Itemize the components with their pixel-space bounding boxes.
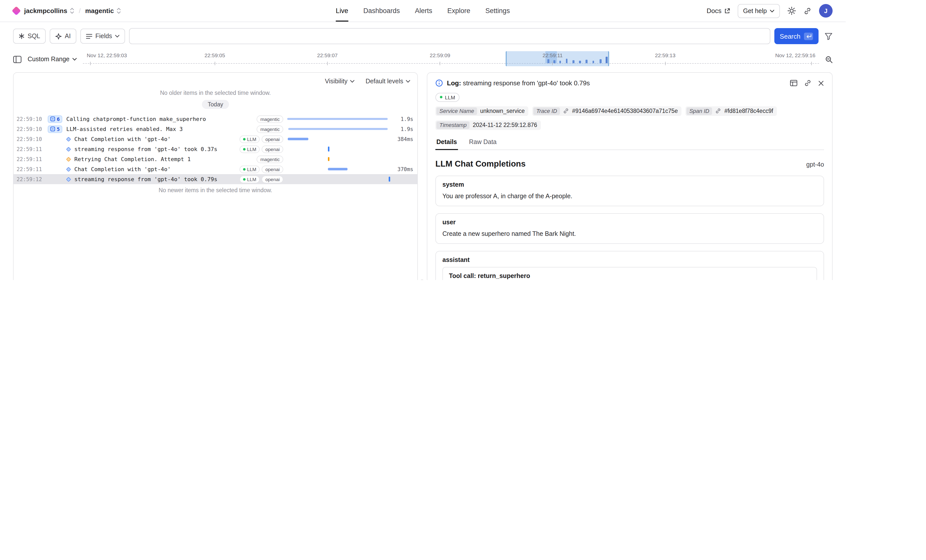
span-id-field[interactable]: Span ID #fd81e8f78c4ecc9f (685, 106, 776, 116)
model-name: gpt-4o (806, 161, 824, 168)
fields-button[interactable]: Fields (80, 29, 125, 44)
nav-tab-dashboards[interactable]: Dashboards (363, 0, 400, 21)
copy-link-button[interactable] (804, 79, 811, 87)
link-icon (563, 108, 569, 114)
collapse-count-pill[interactable]: 6 (48, 115, 62, 123)
timeline-tick-label: 22:59:07 (317, 52, 338, 58)
span-diamond-icon (66, 167, 71, 172)
log-duration: 1.9s (390, 126, 413, 132)
log-message: streaming response from 'gpt-4o' took 0.… (74, 176, 218, 183)
selector-icon (70, 8, 74, 14)
chevron-down-icon (406, 80, 410, 83)
log-row[interactable]: 22:59:10 5 LLM-assisted retries enabled.… (14, 124, 417, 134)
tool-call-card: Tool call: return_superhero ▾{ 3 items"n… (442, 267, 817, 280)
enter-key-icon (804, 32, 813, 40)
log-row[interactable]: 22:59:11 streaming response from 'gpt-4o… (14, 144, 417, 154)
nav-tab-settings[interactable]: Settings (485, 0, 510, 21)
nav-tab-explore[interactable]: Explore (448, 0, 471, 21)
span-bar (328, 157, 330, 161)
log-row[interactable]: 22:59:11 Chat Completion with 'gpt-4o' L… (14, 164, 417, 174)
project-switcher[interactable]: magentic (85, 7, 121, 15)
project-name: magentic (85, 7, 114, 15)
nav-tabs: Live Dashboards Alerts Explore Settings (336, 0, 510, 21)
sun-icon (787, 6, 796, 15)
tab-details[interactable]: Details (436, 135, 458, 149)
timeline-tick-mark (327, 62, 328, 65)
topbar: jackmpcollins / magentic Live Dashboards… (0, 0, 846, 22)
tag-row: LLM (436, 89, 824, 102)
link-icon (804, 79, 811, 87)
log-row[interactable]: 22:59:11 Retrying Chat Completion. Attem… (14, 154, 417, 164)
panel-resize-handle[interactable] (420, 279, 424, 280)
collapse-sidebar-button[interactable] (13, 56, 21, 63)
log-row-selected[interactable]: 22:59:12 streaming response from 'gpt-4o… (14, 174, 417, 184)
log-row[interactable]: 22:59:10 6 Calling chatprompt-function m… (14, 114, 417, 124)
timeline-tick-mark (90, 62, 91, 65)
timeline-track[interactable]: Nov 12, 22:59:0322:59:0522:59:0722:59:09… (83, 50, 819, 68)
table-icon (790, 80, 797, 86)
green-dot-icon (243, 138, 245, 140)
scope-badge: magentic (257, 125, 283, 133)
log-list-header: Visibility Default levels (14, 73, 417, 87)
span-bar-track (287, 114, 390, 124)
sql-button[interactable]: SQL (13, 29, 46, 44)
message-text: You are professor A, in charge of the A-… (442, 192, 817, 201)
timeline-tick-mark (811, 62, 812, 65)
link-icon (803, 7, 811, 15)
timeline-tick-mark (552, 62, 553, 65)
section-title: LLM Chat Completions (436, 159, 525, 168)
trace-id-field[interactable]: Trace ID #9146a6974e4e6140538043607a71c7… (532, 106, 681, 116)
timeline-tick-label: Nov 12, 22:59:16 (775, 52, 815, 58)
message-card-system: system You are professor A, in charge of… (436, 175, 824, 206)
levels-dropdown[interactable]: Default levels (366, 78, 410, 85)
timeline-tick-label: 22:59:11 (543, 52, 563, 58)
span-diamond-icon (66, 177, 71, 182)
scope-badge: magentic (257, 155, 283, 163)
share-link-button[interactable] (803, 7, 811, 15)
chevron-down-icon (350, 80, 354, 83)
link-icon (715, 108, 721, 114)
filter-button[interactable] (825, 32, 832, 40)
ai-button[interactable]: AI (50, 29, 76, 44)
docs-link[interactable]: Docs (707, 7, 730, 15)
time-range-dropdown[interactable]: Custom Range (27, 56, 77, 63)
close-icon (818, 80, 824, 86)
llm-badge: LLM (239, 135, 260, 143)
zoom-button[interactable] (825, 56, 832, 63)
timeline-tick-mark (440, 62, 440, 65)
user-avatar[interactable]: J (819, 4, 832, 18)
theme-toggle-button[interactable] (787, 6, 796, 15)
org-switcher[interactable]: jackmpcollins (24, 7, 74, 15)
tab-raw-data[interactable]: Raw Data (468, 135, 498, 149)
view-in-table-button[interactable] (790, 79, 797, 87)
search-button[interactable]: Search (774, 28, 819, 44)
search-toolbar: SQL AI Fields Search (0, 22, 846, 48)
close-panel-button[interactable] (818, 79, 824, 87)
span-bar-track (287, 124, 390, 134)
message-text: Create a new superhero named The Bark Ni… (442, 229, 817, 238)
sidebar-icon (13, 56, 21, 63)
get-help-button[interactable]: Get help (737, 4, 780, 18)
message-role: user (442, 219, 817, 226)
nav-tab-alerts[interactable]: Alerts (415, 0, 432, 21)
log-duration: 370ms (390, 166, 413, 172)
span-bar (287, 118, 388, 120)
log-list-panel: Visibility Default levels No older items… (13, 72, 418, 280)
sql-icon (18, 33, 24, 39)
log-message: Chat Completion with 'gpt-4o' (74, 166, 171, 172)
logfire-logo-icon[interactable] (12, 6, 21, 15)
warning-diamond-icon (66, 157, 71, 162)
log-message: Calling chatprompt-function make_superhe… (66, 116, 206, 122)
search-input[interactable] (129, 28, 770, 44)
detail-header: Log: streaming response from 'gpt-4o' to… (436, 73, 824, 89)
collapse-count-pill[interactable]: 5 (48, 125, 62, 133)
log-row[interactable]: 22:59:10 Chat Completion with 'gpt-4o' L… (14, 134, 417, 144)
chevron-down-icon (73, 58, 77, 61)
scope-badge: openai (262, 165, 283, 173)
no-older-items-note: No older items in the selected time wind… (14, 90, 417, 96)
span-diamond-icon (66, 146, 71, 151)
log-message: Chat Completion with 'gpt-4o' (74, 136, 171, 142)
timeline-baseline (83, 63, 819, 64)
visibility-dropdown[interactable]: Visibility (325, 78, 354, 85)
nav-tab-live[interactable]: Live (336, 0, 348, 21)
